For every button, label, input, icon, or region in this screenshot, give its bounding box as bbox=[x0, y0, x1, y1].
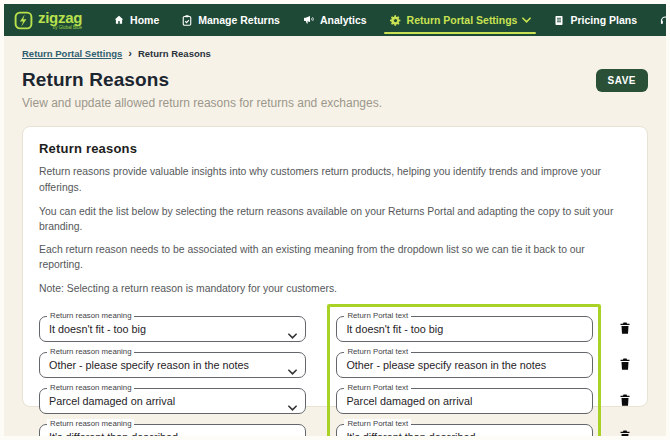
return-reason-row: Return reason meaning Other - please spe… bbox=[39, 347, 631, 383]
return-reason-meaning-select[interactable]: Return reason meaning Other - please spe… bbox=[39, 352, 306, 378]
zigzag-bolt-icon bbox=[14, 11, 33, 30]
input-label: Return Portal text bbox=[344, 347, 411, 356]
card-heading: Return reasons bbox=[39, 141, 631, 156]
return-reason-meaning-select[interactable]: Return reason meaning It doesn't fit - t… bbox=[39, 316, 306, 342]
select-chevron-icon bbox=[288, 325, 297, 343]
return-portal-text-field[interactable]: Return Portal text bbox=[336, 424, 593, 440]
nav-item-return-portal-settings[interactable]: Return Portal Settings bbox=[380, 4, 541, 36]
return-reason-meaning-select[interactable]: Return reason meaning Parcel damaged on … bbox=[39, 388, 306, 414]
return-reason-row: Return reason meaning It's different tha… bbox=[39, 419, 631, 440]
breadcrumb-link-return-portal-settings[interactable]: Return Portal Settings bbox=[22, 48, 122, 59]
zigzag-logo[interactable]: zigzag by Global Blue bbox=[14, 4, 82, 36]
return-portal-text-input[interactable] bbox=[346, 359, 583, 371]
select-chevron-icon bbox=[288, 397, 297, 415]
app-window: zigzag by Global Blue Home M bbox=[0, 0, 670, 440]
megaphone-icon bbox=[302, 14, 315, 26]
card-instruction-2: Each return reason needs to be associate… bbox=[39, 243, 631, 272]
select-value: It's different than described bbox=[49, 431, 178, 440]
card-instruction-3: Note: Selecting a return reason is manda… bbox=[39, 282, 631, 297]
delete-row-trash-icon[interactable] bbox=[619, 429, 631, 440]
input-label: Return Portal text bbox=[344, 383, 411, 392]
select-label: Return reason meaning bbox=[47, 347, 134, 356]
headset-icon bbox=[659, 14, 670, 27]
select-chevron-icon bbox=[288, 433, 297, 440]
delete-row-trash-icon[interactable] bbox=[619, 357, 631, 371]
nav-item-home[interactable]: Home bbox=[104, 4, 168, 36]
return-portal-text-field[interactable]: Return Portal text bbox=[336, 352, 593, 378]
nav-item-pricing-plans[interactable]: Pricing Plans bbox=[544, 4, 646, 36]
delete-row-trash-icon[interactable] bbox=[619, 321, 631, 335]
return-portal-text-input[interactable] bbox=[346, 431, 583, 440]
page-title: Return Reasons bbox=[22, 69, 382, 91]
top-navbar: zigzag by Global Blue Home M bbox=[4, 4, 666, 36]
select-label: Return reason meaning bbox=[47, 419, 134, 428]
select-label: Return reason meaning bbox=[47, 311, 134, 320]
nav-item-label: Manage Returns bbox=[198, 14, 280, 26]
nav-item-help[interactable]: Help bbox=[650, 4, 670, 36]
card-instruction-1: You can edit the list below by selecting… bbox=[39, 205, 631, 234]
home-icon bbox=[113, 14, 125, 26]
document-icon bbox=[553, 14, 565, 27]
return-reason-meaning-select[interactable]: Return reason meaning It's different tha… bbox=[39, 424, 306, 440]
logo-tagline-text: by Global Blue bbox=[38, 26, 82, 31]
nav-menu: Home Manage Returns bbox=[104, 4, 670, 36]
select-chevron-icon bbox=[288, 361, 297, 379]
nav-item-label: Pricing Plans bbox=[570, 14, 637, 26]
save-button[interactable]: SAVE bbox=[596, 69, 649, 92]
logo-brand-text: zigzag bbox=[38, 10, 82, 25]
return-portal-text-input[interactable] bbox=[346, 323, 583, 335]
return-portal-text-field[interactable]: Return Portal text bbox=[336, 388, 593, 414]
clipboard-icon bbox=[181, 14, 193, 27]
nav-item-manage-returns[interactable]: Manage Returns bbox=[172, 4, 289, 36]
breadcrumb-separator-icon: › bbox=[128, 48, 132, 59]
select-value: Parcel damaged on arrival bbox=[49, 395, 175, 407]
input-label: Return Portal text bbox=[344, 311, 411, 320]
select-value: It doesn't fit - too big bbox=[49, 323, 146, 335]
page-content: Return Portal Settings › Return Reasons … bbox=[4, 36, 666, 407]
nav-item-label: Home bbox=[130, 14, 159, 26]
select-label: Return reason meaning bbox=[47, 383, 134, 392]
card-description: Return reasons provide valuable insights… bbox=[39, 164, 627, 196]
return-portal-text-input[interactable] bbox=[346, 395, 583, 407]
nav-item-label: Return Portal Settings bbox=[407, 14, 518, 26]
return-reason-row: Return reason meaning Parcel damaged on … bbox=[39, 383, 631, 419]
breadcrumb-current: Return Reasons bbox=[138, 48, 211, 59]
page-header: Return Reasons View and update allowed r… bbox=[22, 69, 648, 110]
breadcrumb: Return Portal Settings › Return Reasons bbox=[22, 48, 648, 59]
select-value: Other - please specify reason in the not… bbox=[49, 359, 249, 371]
delete-row-trash-icon[interactable] bbox=[619, 393, 631, 407]
gear-icon bbox=[389, 14, 402, 27]
page-subtitle: View and update allowed return reasons f… bbox=[22, 96, 382, 110]
return-portal-text-field[interactable]: Return Portal text bbox=[336, 316, 593, 342]
return-reason-row: Return reason meaning It doesn't fit - t… bbox=[39, 311, 631, 347]
input-label: Return Portal text bbox=[344, 419, 411, 428]
nav-item-analytics[interactable]: Analytics bbox=[293, 4, 376, 36]
nav-item-label: Analytics bbox=[320, 14, 367, 26]
chevron-down-icon bbox=[522, 17, 531, 23]
return-reasons-card: Return reasons Return reasons provide va… bbox=[22, 126, 648, 407]
return-reason-rows: Return reason meaning It doesn't fit - t… bbox=[39, 311, 631, 440]
